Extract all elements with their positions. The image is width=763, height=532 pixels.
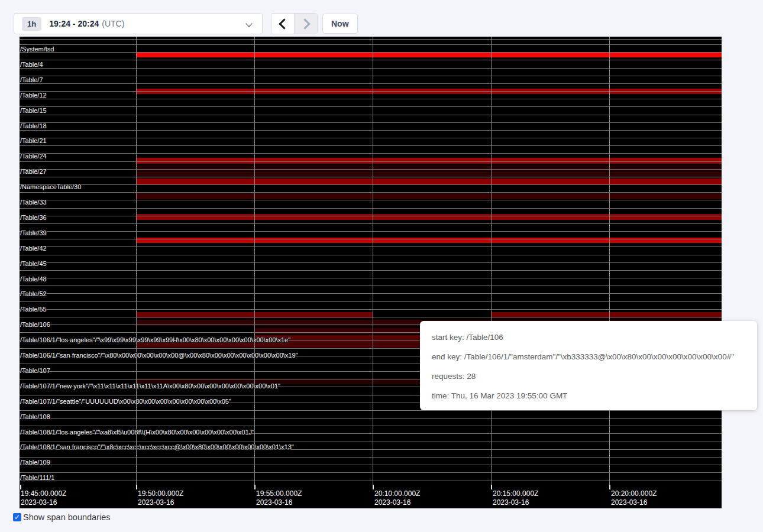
time-axis-label: 19:55:00.000Z2023-03-16 [255, 489, 302, 507]
tooltip-start-key: start key: /Table/106 [432, 327, 757, 347]
time-gridline [491, 37, 492, 489]
span-boundary-line [20, 44, 722, 45]
time-tick [609, 485, 610, 489]
row-key-label: /Table/24 [20, 153, 47, 160]
span-boundary-line [20, 200, 722, 200]
row-key-label: /Table/21 [20, 137, 47, 144]
sample-tooltip: start key: /Table/106 end key: /Table/10… [420, 321, 757, 410]
row-key-label: /Table/108/1/"san francisco"/"\x8c\xcc\x… [20, 443, 294, 450]
row-key-label: /Table/27 [20, 168, 47, 175]
row-key-label: /Table/39 [20, 229, 47, 236]
tooltip-requests: requests: 28 [432, 366, 757, 386]
tooltip-end-key: end key: /Table/106/1/"amsterdam"/"\xb33… [432, 347, 757, 366]
footer: ✓ Show span boundaries [13, 512, 111, 522]
time-axis-date: 2023-03-16 [611, 498, 657, 507]
show-span-boundaries-checkbox[interactable]: ✓ [13, 513, 21, 521]
span-boundary-line [20, 68, 722, 69]
prev-time-button[interactable] [271, 14, 295, 34]
time-range-select[interactable]: 1h 19:24 - 20:24 (UTC) [14, 13, 263, 34]
row-key-label: /Table/107 [20, 367, 50, 374]
span-boundary-line [20, 184, 722, 185]
span-boundary-line [20, 39, 722, 40]
heat-band [136, 179, 722, 184]
row-key-label: /Table/36 [20, 214, 47, 221]
time-range-timezone: (UTC) [102, 19, 124, 28]
chevron-right-icon [299, 18, 310, 29]
row-key-label: /Table/109 [20, 459, 50, 466]
time-gridline [254, 37, 255, 489]
span-boundary-line [20, 293, 722, 294]
span-boundary-line [20, 99, 722, 99]
time-nav-group [271, 13, 318, 34]
row-key-label: /Table/106/1/"san francisco"/"\x80\x00\x… [20, 352, 298, 359]
time-axis-label: 19:50:00.000Z2023-03-16 [137, 489, 183, 507]
span-boundary-line [20, 246, 722, 247]
time-axis-time: 20:20:00.000Z [611, 489, 657, 498]
row-key-label: /Table/12 [20, 92, 47, 99]
now-button[interactable]: Now [322, 14, 358, 34]
span-boundary-line [20, 465, 722, 465]
span-boundary-line [20, 239, 722, 239]
span-boundary-line [20, 410, 722, 411]
span-boundary-line [20, 270, 722, 271]
row-key-label: /Table/107/1/"seattle"/"UUUUUUD\x00\x80\… [20, 398, 231, 405]
span-boundary-line [20, 317, 722, 317]
span-boundary-line [20, 255, 722, 255]
row-key-label: /Table/45 [20, 260, 47, 267]
span-boundary-line [20, 169, 722, 170]
heat-band [136, 214, 722, 220]
span-boundary-line [20, 52, 722, 53]
row-key-label: /Table/42 [20, 245, 47, 252]
row-key-label: /System/tsd [20, 46, 54, 53]
span-boundary-line [20, 426, 722, 426]
span-boundary-line [20, 216, 722, 216]
time-tick [254, 485, 256, 489]
span-boundary-line [20, 145, 722, 146]
span-boundary-line [20, 286, 722, 286]
span-boundary-line [20, 262, 722, 263]
span-boundary-line [20, 472, 722, 473]
row-key-label: /Table/107/1/"new york"/"\x11\x11\x11\x1… [20, 382, 280, 390]
chevron-down-icon [245, 20, 252, 27]
heat-band [136, 193, 722, 199]
row-key-label: /Table/108 [20, 413, 50, 420]
row-key-label: /Table/106 [20, 321, 50, 328]
chevron-left-icon [279, 18, 289, 29]
time-axis-time: 19:55:00.000Z [256, 489, 302, 498]
span-boundary-line [20, 122, 722, 123]
time-axis-label: 20:10:00.000Z2023-03-16 [373, 489, 420, 507]
row-key-label: /Table/7 [20, 76, 43, 83]
span-boundary-line [20, 91, 722, 92]
row-key-label: /Table/15 [20, 107, 47, 114]
span-boundary-line [20, 153, 722, 154]
row-key-label: /Table/4 [20, 61, 43, 68]
span-boundary-line [20, 106, 722, 107]
span-boundary-line [20, 161, 722, 162]
time-axis-label: 20:15:00.000Z2023-03-16 [492, 489, 538, 507]
span-boundary-line [20, 418, 722, 419]
row-key-label: /Table/52 [20, 290, 47, 297]
heat-band [136, 158, 722, 164]
time-range-value: 19:24 - 20:24 [49, 19, 99, 28]
next-time-button[interactable] [295, 14, 317, 34]
time-tick [491, 485, 492, 489]
time-range-preset-badge: 1h [22, 17, 41, 31]
row-key-label: /NamespaceTable/30 [20, 183, 81, 190]
show-span-boundaries-label: Show span boundaries [23, 512, 111, 522]
time-axis-time: 19:45:00.000Z [21, 489, 66, 498]
span-boundary-line [20, 60, 722, 60]
span-boundary-line [20, 130, 722, 131]
span-boundary-line [20, 442, 722, 442]
time-tick [20, 485, 21, 489]
tooltip-time: time: Thu, 16 Mar 2023 19:55:00 GMT [432, 386, 757, 406]
time-axis-date: 2023-03-16 [21, 498, 66, 507]
row-key-label: /Table/55 [20, 306, 47, 313]
key-visualizer-canvas[interactable]: /System/tsd/Table/4/Table/7/Table/12/Tab… [20, 37, 722, 508]
span-boundary-line [20, 301, 722, 302]
row-key-label: /Table/111/1 [20, 474, 54, 481]
time-gridline [136, 37, 137, 489]
time-axis-date: 2023-03-16 [256, 498, 302, 507]
span-boundary-line [20, 115, 722, 115]
row-key-label: /Table/106/1/"los angeles"/"\x99\x99\x99… [20, 336, 290, 343]
span-boundary-line [20, 223, 722, 224]
